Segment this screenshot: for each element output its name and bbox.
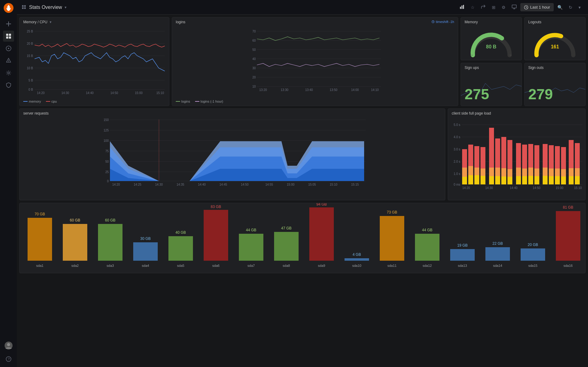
svg-text:100: 100 [104, 139, 109, 142]
col-right-top: Memory 80 B [461, 17, 522, 106]
time-range-button[interactable]: Last 1 hour [520, 3, 554, 11]
sign-outs-panel: Sign outs 279 [524, 63, 586, 106]
refresh-button[interactable]: ↻ [566, 3, 575, 12]
svg-rect-4 [9, 34, 11, 36]
dropdown-arrow[interactable]: ▾ [50, 20, 51, 24]
svg-text:22 GB: 22 GB [492, 241, 503, 246]
bar-sda14 [485, 247, 510, 261]
topbar-actions: ☆ ⊞ ⚙ Last 1 hour 🔍 ↻ ▾ [457, 2, 583, 12]
svg-text:4 GB: 4 GB [352, 252, 361, 257]
svg-rect-155 [528, 176, 533, 184]
sidebar-compass-icon[interactable] [3, 43, 14, 54]
star-button[interactable]: ☆ [468, 3, 477, 12]
row-3: 70 GB sda1 60 GB sda2 60 GB sda3 30 GB [19, 203, 586, 273]
settings-button[interactable]: ⚙ [499, 3, 508, 12]
svg-rect-19 [24, 7, 26, 9]
svg-rect-18 [22, 7, 24, 9]
sidebar-help-icon[interactable]: ? [3, 354, 14, 365]
svg-rect-169 [561, 169, 566, 177]
svg-text:70 GB: 70 GB [35, 212, 45, 216]
svg-text:3.0 s: 3.0 s [454, 148, 460, 151]
bar-group-1 [462, 128, 580, 184]
title-dropdown-arrow[interactable]: ▾ [65, 5, 66, 9]
svg-rect-172 [569, 168, 574, 177]
svg-rect-21 [462, 6, 462, 9]
svg-text:sda7: sda7 [247, 264, 255, 267]
client-page-load-panel: client side full page load 5.0 s 4.0 s 3 [448, 108, 586, 200]
svg-text:sda13: sda13 [458, 264, 467, 267]
svg-text:25 B: 25 B [27, 30, 33, 33]
memory-cpu-chart: 25 B 20 B 15 B 10 B 5 B 0 B 25% 20% 15% … [20, 25, 169, 98]
svg-text:15:00: 15:00 [556, 186, 563, 190]
svg-text:sda11: sda11 [387, 264, 397, 267]
svg-text:sda3: sda3 [107, 264, 114, 267]
row-2: server requests 150 125 100 [19, 108, 586, 200]
svg-text:14:55: 14:55 [265, 183, 273, 186]
svg-text:73 GB: 73 GB [387, 210, 397, 214]
monitor-button[interactable] [509, 2, 519, 12]
svg-rect-170 [561, 176, 566, 184]
share-button[interactable] [478, 2, 488, 12]
svg-text:14:30: 14:30 [155, 183, 163, 186]
bar-sda16 [556, 211, 580, 261]
svg-rect-149 [516, 176, 521, 184]
svg-rect-124 [462, 168, 467, 177]
svg-text:25: 25 [105, 170, 109, 174]
search-button[interactable]: 🔍 [555, 3, 565, 12]
svg-text:14:30: 14:30 [61, 91, 69, 95]
bar-sda1 [28, 218, 52, 261]
svg-text:10: 10 [252, 85, 256, 88]
refresh-dropdown-button[interactable]: ▾ [576, 3, 583, 12]
svg-rect-5 [6, 36, 8, 39]
sidebar-dashboard-icon[interactable] [3, 31, 14, 42]
client-page-load-chart: 5.0 s 4.0 s 3.0 s 2.0 s 1.0 s 0 ms 14:20… [448, 117, 585, 200]
svg-text:sda15: sda15 [528, 264, 537, 267]
svg-rect-125 [462, 177, 467, 184]
svg-rect-158 [534, 176, 539, 184]
logouts-gauge: 161 [525, 25, 585, 60]
sign-outs-content: 279 [525, 71, 585, 106]
svg-text:70: 70 [252, 30, 256, 33]
chart-type-button[interactable] [457, 2, 467, 12]
svg-rect-160 [543, 168, 548, 177]
svg-text:14:10: 14:10 [371, 88, 379, 92]
sidebar-alert-icon[interactable] [3, 55, 14, 66]
svg-text:0: 0 [107, 180, 109, 183]
logouts-gauge-wrap: 161 [525, 25, 585, 60]
svg-rect-163 [549, 168, 554, 177]
svg-text:5 B: 5 B [28, 79, 33, 82]
svg-text:14:50: 14:50 [533, 186, 540, 190]
svg-text:sda10: sda10 [352, 264, 361, 267]
sidebar-settings-icon[interactable] [3, 67, 14, 78]
legend-logins: logins [176, 100, 190, 103]
sidebar-add-icon[interactable] [3, 18, 14, 29]
app-logo[interactable] [3, 2, 14, 13]
svg-text:15:00: 15:00 [287, 183, 294, 186]
svg-rect-148 [516, 168, 521, 177]
svg-rect-154 [528, 168, 533, 177]
svg-text:14:20: 14:20 [37, 91, 44, 95]
svg-text:20 B: 20 B [27, 42, 33, 45]
svg-text:sda8: sda8 [283, 264, 290, 267]
row-1: Memory / CPU ▾ 25 B 20 B [19, 17, 586, 106]
svg-text:60: 60 [252, 39, 256, 42]
svg-text:30 GB: 30 GB [140, 236, 151, 241]
svg-text:94 GB: 94 GB [316, 203, 327, 206]
view-button[interactable]: ⊞ [489, 3, 498, 12]
svg-text:40: 40 [252, 57, 256, 61]
svg-rect-151 [522, 168, 527, 177]
svg-text:125: 125 [104, 129, 109, 132]
sign-ups-panel: Sign ups 275 [461, 63, 522, 106]
svg-point-8 [8, 48, 9, 49]
svg-text:13:50: 13:50 [330, 88, 337, 92]
bar-sda13 [450, 249, 475, 261]
svg-text:14:30: 14:30 [485, 186, 493, 190]
sidebar-user-avatar[interactable] [3, 340, 14, 351]
sidebar-shield-icon[interactable] [3, 80, 14, 91]
svg-rect-128 [468, 175, 473, 184]
svg-rect-22 [463, 5, 464, 9]
svg-rect-173 [569, 176, 574, 184]
legend-logins-1h: logins (-1 hour) [195, 100, 223, 103]
bar-sda3 [98, 224, 123, 261]
svg-text:15:10: 15:10 [330, 183, 337, 186]
